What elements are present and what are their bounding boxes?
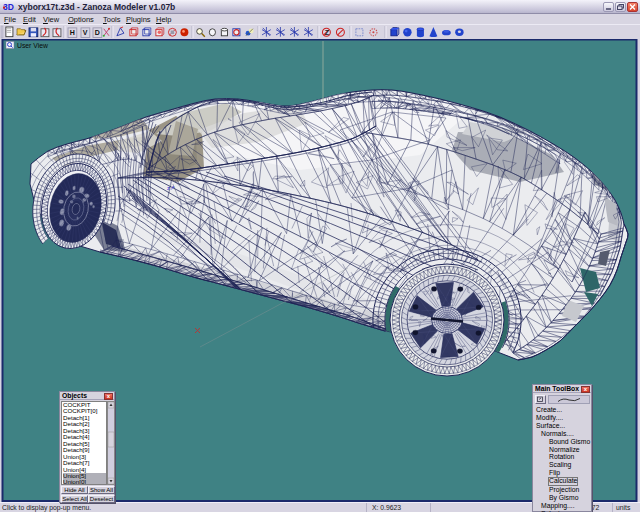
svg-text:Z: Z [325,29,330,36]
svg-text:D: D [95,29,100,36]
svg-text:H: H [70,29,75,36]
svg-text:V: V [83,29,88,36]
svg-text:z↗: z↗ [167,185,175,191]
svg-text:User View: User View [17,42,48,49]
